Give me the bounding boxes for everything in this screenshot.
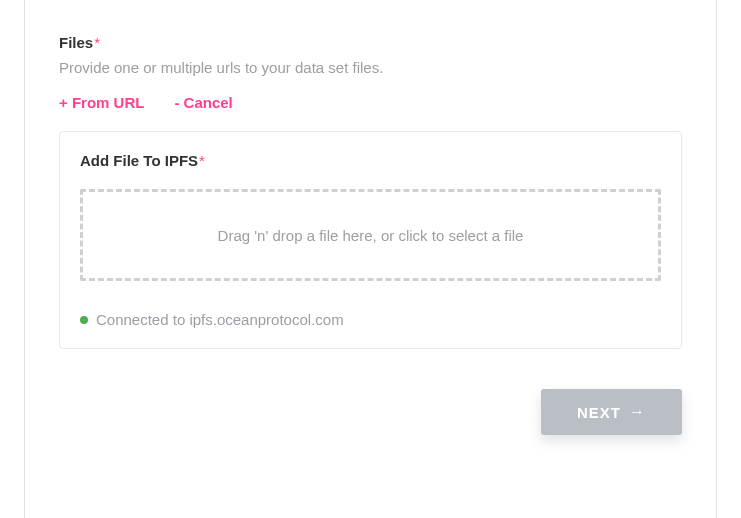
files-label: Files — [59, 34, 93, 51]
file-dropzone[interactable]: Drag 'n' drop a file here, or click to s… — [80, 189, 661, 281]
ipfs-status: Connected to ipfs.oceanprotocol.com — [80, 311, 661, 328]
files-help-text: Provide one or multiple urls to your dat… — [59, 59, 682, 76]
ipfs-status-text: Connected to ipfs.oceanprotocol.com — [96, 311, 344, 328]
cancel-action[interactable]: - Cancel — [174, 94, 232, 111]
ipfs-panel: Add File To IPFS* Drag 'n' drop a file h… — [59, 131, 682, 349]
files-actions: + From URL - Cancel — [59, 94, 682, 111]
from-url-action[interactable]: + From URL — [59, 94, 144, 111]
footer: NEXT → — [59, 389, 682, 435]
arrow-right-icon: → — [629, 403, 646, 421]
next-button[interactable]: NEXT → — [541, 389, 682, 435]
ipfs-title: Add File To IPFS — [80, 152, 198, 169]
next-label: NEXT — [577, 404, 621, 421]
files-required-marker: * — [94, 34, 100, 51]
form-panel: Files* Provide one or multiple urls to y… — [24, 0, 717, 518]
status-dot-icon — [80, 316, 88, 324]
ipfs-required-marker: * — [199, 152, 205, 169]
ipfs-title-row: Add File To IPFS* — [80, 152, 661, 169]
files-section: Files* Provide one or multiple urls to y… — [59, 34, 682, 349]
files-label-row: Files* — [59, 34, 682, 51]
dropzone-text: Drag 'n' drop a file here, or click to s… — [218, 227, 524, 244]
